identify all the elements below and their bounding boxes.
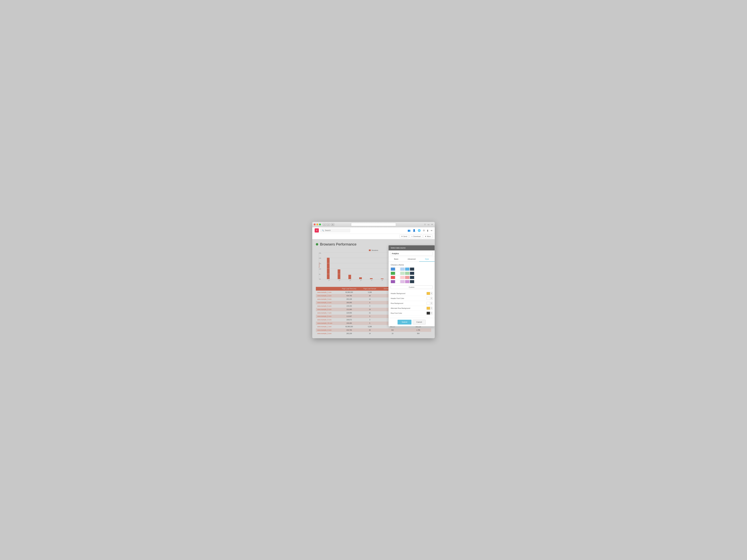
custom-theme-button[interactable]: Custom bbox=[391, 285, 433, 289]
main-content: Browsers Performance Sessions Sessions 2… bbox=[312, 239, 435, 338]
send-button[interactable]: ✉ Send bbox=[400, 235, 409, 238]
maximize-button[interactable] bbox=[319, 223, 321, 225]
datasource-select[interactable]: Analytics bbox=[390, 251, 433, 256]
header-font-picker[interactable]: ▼ bbox=[427, 297, 433, 300]
alt-row-bg-arrow[interactable]: ▼ bbox=[431, 307, 433, 310]
theme-4-swatch-1[interactable] bbox=[391, 280, 395, 283]
theme-4-swatch-2[interactable] bbox=[395, 280, 400, 283]
theme-3-swatch-1[interactable] bbox=[391, 276, 395, 279]
header-font-label: Header Font Color bbox=[391, 297, 404, 299]
logout-icon[interactable]: ➜ bbox=[431, 229, 432, 232]
settings-icon[interactable]: ⚙ bbox=[423, 229, 425, 232]
search-icon: 🔍 bbox=[322, 230, 324, 232]
search-input[interactable] bbox=[325, 230, 349, 232]
more-icon: ▼ bbox=[425, 236, 427, 237]
forward-button[interactable]: › bbox=[327, 223, 330, 226]
row-bg-swatch[interactable] bbox=[427, 302, 430, 305]
color-option-row-bg: Row Background ▼ bbox=[391, 301, 433, 306]
tabs-icon[interactable]: ▭ bbox=[427, 223, 430, 225]
user-icon[interactable]: 👤 bbox=[413, 229, 416, 232]
row-font-arrow[interactable]: ▼ bbox=[431, 312, 433, 315]
back-button[interactable]: ‹ bbox=[323, 223, 326, 226]
row-font-swatch[interactable] bbox=[427, 312, 430, 315]
theme-3-swatch-2[interactable] bbox=[395, 276, 400, 279]
action-bar: ✉ Send ⇓ Download ▼ More bbox=[312, 234, 435, 239]
users-icon[interactable]: 👥 bbox=[408, 229, 411, 232]
modal-body: Choose a theme bbox=[389, 262, 435, 318]
submit-button[interactable]: Submit bbox=[397, 320, 411, 324]
theme-2-swatch-2[interactable] bbox=[395, 272, 400, 275]
theme-2-swatch-5[interactable] bbox=[410, 272, 414, 275]
theme-1-swatch-2[interactable] bbox=[395, 267, 400, 271]
color-option-header-font: Header Font Color ▼ bbox=[391, 296, 433, 301]
modal-panel: Select data source Analytics Basic Advan… bbox=[388, 245, 435, 326]
theme-2-swatch-1[interactable] bbox=[391, 272, 395, 275]
row-bg-arrow[interactable]: ▼ bbox=[431, 302, 433, 305]
theme-3-swatch-4[interactable] bbox=[405, 276, 410, 279]
modal-tabs: Basic Advanced Style bbox=[389, 257, 435, 262]
header-font-swatch[interactable] bbox=[427, 297, 430, 300]
header-font-arrow[interactable]: ▼ bbox=[431, 297, 433, 300]
minimize-button[interactable] bbox=[316, 223, 318, 225]
modal-overlay: Select data source Analytics Basic Advan… bbox=[312, 239, 435, 338]
title-bar: ‹ › ☷ ⇧ ▭ + bbox=[312, 222, 435, 227]
header-bg-label: Header Background bbox=[391, 293, 405, 294]
send-icon: ✉ bbox=[401, 236, 403, 237]
color-option-row-font: Row Font Color ▼ bbox=[391, 311, 433, 316]
header-bg-swatch[interactable] bbox=[427, 292, 430, 295]
new-tab-button[interactable]: + bbox=[431, 223, 433, 225]
download-icon: ⇓ bbox=[411, 236, 413, 237]
row-bg-picker[interactable]: ▼ bbox=[427, 302, 433, 305]
title-bar-right: ⇧ ▭ + bbox=[424, 223, 433, 225]
modal-title: Select data source bbox=[391, 247, 406, 249]
theme-3-swatch-5[interactable] bbox=[410, 276, 414, 279]
traffic-lights bbox=[314, 223, 321, 225]
plus-button[interactable]: + bbox=[315, 228, 319, 233]
toolbar-icons: 👥 👤 🌐 ⚙ ▮ ➜ bbox=[408, 229, 432, 232]
card-icon[interactable]: ▮ bbox=[427, 229, 428, 232]
download-button[interactable]: ⇓ Download bbox=[410, 235, 422, 238]
theme-2-swatch-3[interactable] bbox=[400, 272, 405, 275]
theme-section-label: Choose a theme bbox=[391, 264, 433, 266]
theme-row-1 bbox=[391, 267, 433, 271]
theme-3-swatch-3[interactable] bbox=[400, 276, 405, 279]
tab-style[interactable]: Style bbox=[419, 257, 435, 262]
theme-row-2 bbox=[391, 272, 433, 275]
alt-row-bg-picker[interactable]: ▼ bbox=[427, 307, 433, 310]
alt-row-bg-swatch[interactable] bbox=[427, 307, 430, 310]
more-button[interactable]: ▼ More bbox=[423, 235, 432, 238]
row-font-label: Row Font Color bbox=[391, 312, 402, 314]
sidebar-toggle[interactable]: ☷ bbox=[331, 223, 334, 226]
row-font-picker[interactable]: ▼ bbox=[427, 312, 433, 315]
color-option-header-bg: Header Background ▼ bbox=[391, 291, 433, 296]
theme-1-swatch-4[interactable] bbox=[405, 267, 410, 271]
globe-icon[interactable]: 🌐 bbox=[418, 229, 421, 232]
modal-footer: Submit Cancel bbox=[389, 318, 435, 326]
cancel-button[interactable]: Cancel bbox=[413, 320, 426, 324]
color-option-alt-row-bg: Alternate Row Background ▼ bbox=[391, 306, 433, 311]
theme-4-swatch-3[interactable] bbox=[400, 280, 405, 283]
theme-1-swatch-5[interactable] bbox=[410, 267, 414, 271]
search-box[interactable]: 🔍 bbox=[320, 229, 350, 232]
theme-1-swatch-1[interactable] bbox=[391, 267, 395, 271]
tab-basic[interactable]: Basic bbox=[389, 257, 404, 262]
share-icon[interactable]: ⇧ bbox=[424, 223, 426, 225]
alt-row-bg-label: Alternate Row Background bbox=[391, 307, 410, 309]
header-bg-picker[interactable]: ▼ bbox=[427, 292, 433, 295]
tab-advanced[interactable]: Advanced bbox=[404, 257, 419, 262]
theme-row-3 bbox=[391, 276, 433, 279]
datasource-row: Analytics bbox=[389, 250, 435, 257]
header-bg-arrow[interactable]: ▼ bbox=[431, 292, 433, 295]
nav-buttons: ‹ › bbox=[323, 223, 330, 226]
theme-2-swatch-4[interactable] bbox=[405, 272, 410, 275]
app-toolbar: + 🔍 👥 👤 🌐 ⚙ ▮ ➜ bbox=[312, 227, 435, 234]
browser-window: ‹ › ☷ ⇧ ▭ + + 🔍 👥 👤 🌐 ⚙ ▮ ➜ ✉ Send bbox=[312, 222, 435, 338]
theme-grid bbox=[391, 267, 433, 283]
close-button[interactable] bbox=[314, 223, 315, 225]
theme-1-swatch-3[interactable] bbox=[400, 267, 405, 271]
theme-4-swatch-5[interactable] bbox=[410, 280, 414, 283]
modal-header: Select data source bbox=[389, 245, 435, 250]
theme-row-4 bbox=[391, 280, 433, 283]
url-bar[interactable] bbox=[351, 223, 396, 226]
theme-4-swatch-4[interactable] bbox=[405, 280, 410, 283]
